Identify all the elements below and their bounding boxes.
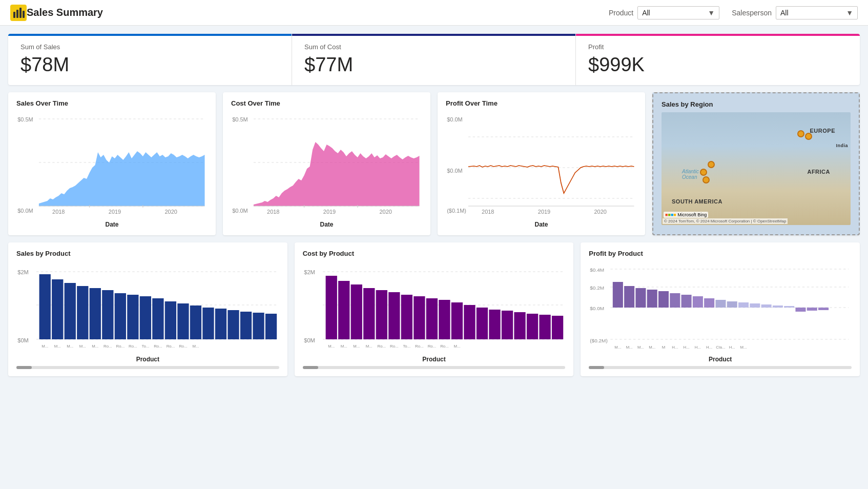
svg-rect-44 (65, 283, 76, 339)
cost-by-product-title: Cost by Product (303, 250, 566, 257)
svg-text:To...: To... (142, 344, 150, 349)
svg-rect-97 (552, 316, 563, 339)
map-credit: © 2024 TomTom, © 2024 Microsoft Corporat… (663, 218, 788, 224)
svg-rect-48 (115, 293, 126, 339)
svg-text:$0.0M: $0.0M (590, 305, 605, 311)
svg-text:$0.2M: $0.2M (590, 285, 605, 290)
svg-rect-119 (636, 288, 646, 308)
svg-text:M...: M... (740, 345, 747, 350)
profit-over-time-title: Profit Over Time (446, 99, 637, 107)
salesperson-filter-dropdown[interactable]: All ▼ (776, 6, 858, 19)
product-filter-value: All (642, 9, 650, 17)
svg-text:M...: M... (615, 345, 622, 350)
svg-rect-118 (624, 286, 634, 308)
sales-by-product-scrollbar[interactable] (16, 366, 279, 369)
svg-text:2018: 2018 (267, 209, 280, 214)
svg-text:2019: 2019 (538, 209, 551, 214)
svg-rect-53 (177, 303, 189, 339)
svg-rect-88 (439, 300, 450, 339)
cost-over-time-chart[interactable]: $0.5M $0.0M 2018 2019 2020 (231, 111, 422, 219)
kpi-sum-of-sales-value: $78M (20, 54, 279, 76)
svg-rect-85 (401, 295, 412, 339)
cost-by-product-chart[interactable]: $2M $0M (303, 261, 566, 354)
kpi-profit-value: $999K (588, 54, 848, 76)
profit-over-time-x-label: Date (446, 221, 637, 228)
powerbi-logo (10, 5, 27, 21)
top-charts-row: Sales Over Time $0.5M $0.0M 2018 2019 20… (8, 92, 860, 235)
svg-rect-124 (693, 296, 703, 308)
sales-over-time-chart[interactable]: $0.5M $0.0M 2018 2019 2020 (16, 111, 208, 219)
product-filter-dropdown[interactable]: All ▼ (637, 6, 719, 19)
svg-text:M: M (662, 345, 665, 350)
header-filters: Product All ▼ Salesperson All ▼ (609, 6, 858, 19)
kpi-sum-of-cost-label: Sum of Cost (304, 43, 563, 51)
europe-dot-1 (797, 130, 804, 137)
svg-rect-92 (489, 310, 500, 339)
svg-rect-83 (376, 290, 387, 339)
svg-rect-96 (539, 315, 550, 339)
svg-text:H...: H... (706, 345, 712, 350)
product-filter-group: Product All ▼ (609, 6, 719, 19)
sales-by-product-chart[interactable]: $2M $0M (16, 261, 279, 354)
svg-rect-129 (750, 303, 760, 308)
svg-text:$0.0M: $0.0M (447, 168, 462, 173)
svg-rect-49 (127, 295, 138, 339)
svg-rect-51 (152, 298, 163, 339)
india-label: India (836, 143, 848, 148)
sales-by-product-card: Sales by Product $2M $0M (8, 242, 287, 376)
svg-rect-128 (738, 302, 749, 308)
svg-text:$0.5M: $0.5M (17, 117, 33, 122)
svg-text:$2M: $2M (17, 270, 29, 275)
sales-by-region-map[interactable]: AtlanticOcean EUROPE AFRICA SOUTH AMERIC… (662, 112, 851, 225)
svg-text:$0.4M: $0.4M (590, 267, 605, 272)
svg-text:M...: M... (626, 345, 633, 350)
profit-by-product-scrollbar[interactable] (589, 366, 852, 369)
sales-by-product-title: Sales by Product (16, 250, 279, 257)
profit-by-product-chart[interactable]: $0.4M $0.2M $0.0M ($0.2M) (589, 261, 852, 354)
svg-text:M...: M... (637, 345, 644, 350)
kpi-sum-of-cost: Sum of Cost $77M (292, 34, 576, 85)
svg-text:$0.0M: $0.0M (232, 208, 247, 213)
svg-rect-123 (681, 295, 692, 308)
svg-rect-121 (658, 291, 669, 308)
svg-rect-81 (350, 284, 362, 339)
sales-by-region-card: Sales by Region AtlanticOcean EUROPE AFR… (652, 92, 860, 235)
bing-logo: ■■■■ Microsoft Bing (664, 212, 708, 218)
svg-text:$0M: $0M (304, 338, 315, 343)
cost-over-time-x-label: Date (231, 221, 422, 228)
kpi-profit: Profit $999K (576, 34, 860, 85)
svg-rect-86 (414, 296, 425, 339)
svg-text:$0.0M: $0.0M (17, 208, 33, 213)
page-title: Sales Summary (27, 7, 609, 18)
svg-text:Ro...: Ro... (440, 344, 448, 349)
atlantic-ocean-label: AtlanticOcean (682, 169, 699, 180)
svg-text:Ro...: Ro... (104, 344, 112, 349)
svg-text:2019: 2019 (323, 209, 336, 214)
svg-text:2020: 2020 (380, 209, 392, 214)
svg-text:Ro...: Ro... (415, 344, 423, 349)
svg-rect-82 (363, 288, 375, 339)
salesperson-filter-group: Salesperson All ▼ (732, 6, 858, 19)
profit-by-product-x-label: Product (589, 356, 852, 363)
kpi-sum-of-cost-value: $77M (304, 54, 563, 76)
svg-rect-125 (704, 298, 714, 308)
svg-rect-117 (613, 282, 623, 308)
svg-text:M...: M... (340, 344, 347, 349)
svg-text:2018: 2018 (482, 209, 494, 214)
cost-over-time-title: Cost Over Time (231, 99, 422, 107)
sales-over-time-x-label: Date (16, 221, 208, 228)
svg-text:To...: To... (403, 344, 410, 349)
svg-text:($0.2M): ($0.2M) (590, 338, 608, 343)
salesperson-filter-label: Salesperson (732, 9, 772, 17)
cost-by-product-card: Cost by Product $2M $0M (295, 242, 574, 376)
svg-text:Ro...: Ro... (167, 344, 175, 349)
svg-rect-84 (388, 292, 400, 339)
africa-dot-2 (700, 169, 707, 176)
cost-by-product-scrollbar[interactable] (303, 366, 566, 369)
profit-over-time-chart[interactable]: $0.0M $0.0M ($0.1M) 2018 2019 2020 (446, 111, 637, 219)
svg-rect-122 (670, 293, 680, 308)
svg-text:H...: H... (729, 345, 735, 350)
svg-text:Ro...: Ro... (390, 344, 398, 349)
profit-by-product-title: Profit by Product (589, 250, 852, 257)
south-america-label: SOUTH AMERICA (672, 198, 722, 205)
